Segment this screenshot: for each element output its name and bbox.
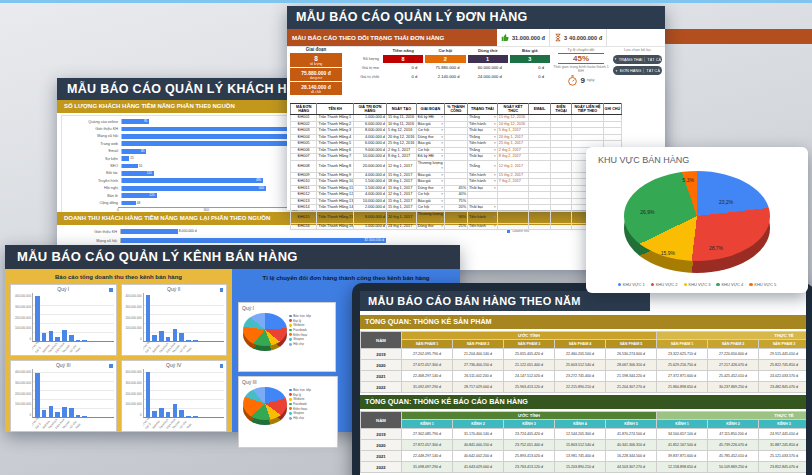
dropdown-caret-icon[interactable]: ▾: [494, 224, 496, 230]
column-header: SẢN PHẨM 1: [657, 340, 708, 349]
chart-card-q1: Quý I 400.000.000300.000.000200.000.0001…: [10, 284, 117, 356]
year-cell: 2020: [361, 440, 402, 451]
dropdown-caret-icon[interactable]: ▾: [441, 186, 443, 192]
dropdown-caret-icon[interactable]: ▾: [494, 164, 496, 170]
dropdown-caret-icon[interactable]: ▾: [494, 205, 496, 211]
legend-item: Hội chợ: [289, 416, 334, 420]
dropdown-caret-icon[interactable]: ▾: [441, 173, 443, 179]
bar: 500: [122, 186, 266, 191]
dropdown-caret-icon[interactable]: ▾: [494, 128, 496, 134]
column-bar: [42, 333, 47, 341]
plot-column: Bán trực tiếpĐại lýWebsiteFacebookĐiện t…: [32, 293, 114, 354]
cell: 13.981.745.400 đ: [555, 451, 606, 462]
cell: 29.515.445.010 đ: [759, 349, 807, 360]
dropdown-caret-icon[interactable]: ▾: [441, 192, 443, 198]
legend-item: Điện thoại: [289, 407, 334, 411]
filter-button-status[interactable]: ▼ TRẠNG THÁI TẤT CẢ: [613, 55, 662, 64]
dropdown-caret-icon[interactable]: ▾: [494, 122, 496, 128]
dropdown-caret-icon[interactable]: ▾: [494, 173, 496, 179]
column-bar: [173, 404, 178, 417]
dropdown-caret-icon[interactable]: ▾: [441, 141, 443, 147]
cell: Trần Thanh Hằng 4: [317, 134, 353, 141]
avg-time-row: 9 ngày: [552, 75, 610, 86]
channel-conversion-title: Tỉ lệ chuyển đổi đơn hàng thành công the…: [232, 275, 460, 281]
column-header: GHI CHÚ: [603, 104, 621, 115]
bar-row: Email85: [62, 148, 312, 155]
dropdown-caret-icon[interactable]: ▾: [494, 115, 496, 121]
column-header: MÃ ĐƠN HÀNG: [291, 104, 317, 115]
dropdown-caret-icon[interactable]: ▾: [441, 148, 443, 154]
pie-slice-label: 28,7%: [709, 245, 723, 251]
dropdown-caret-icon[interactable]: ▾: [441, 122, 443, 128]
bar-row: Đối tác110: [62, 170, 312, 177]
orders-table: MÃ ĐƠN HÀNGTÊN KHGIÁ TRỊ ĐƠN HÀNGNGÀY TẠ…: [290, 103, 622, 230]
bar: 650: [122, 127, 309, 132]
stopwatch-icon: [567, 75, 578, 86]
column-bar: [166, 412, 171, 417]
cell: 26.530.274.600 đ: [606, 349, 657, 360]
cell: 15 thg 1, 2017: [386, 205, 416, 212]
y-tick-label: 300.000.000: [125, 381, 141, 385]
column-bar: [42, 410, 47, 417]
dropdown-caret-icon[interactable]: ▾: [441, 199, 443, 205]
dropdown-caret-icon[interactable]: ▾: [494, 215, 496, 221]
series-legend-marker: [109, 364, 113, 368]
cell: 5 thg 12, 2016: [386, 128, 416, 135]
dropdown-caret-icon[interactable]: ▾: [441, 205, 443, 211]
legend-item: Đại lý: [289, 393, 334, 397]
pie-surface: [624, 171, 770, 261]
cell: 45.739.226.070 đ: [708, 440, 759, 451]
dropdown-caret-icon[interactable]: ▾: [441, 128, 443, 134]
column-bar: [49, 331, 54, 341]
column-header: GIAI ĐOẠN: [416, 104, 444, 115]
cell: Trần Thanh Hằng 8: [317, 160, 353, 172]
cell: Tiến hành▾: [468, 223, 498, 230]
stage-value: 75.880.000 đ: [425, 64, 465, 72]
cell: 23.763.413.120 đ: [504, 462, 555, 473]
dropdown-caret-icon[interactable]: ▾: [441, 115, 443, 121]
y-tick-label: 400.000.000: [125, 294, 141, 298]
dropdown-caret-icon[interactable]: ▾: [494, 154, 496, 160]
filter-button-orders[interactable]: ▼ ĐƠN HÀNG TẤT CẢ: [613, 66, 662, 75]
avg-time-unit: ngày: [587, 78, 595, 82]
cell: 23.852.845.070 đ: [759, 462, 807, 473]
legend-label: Website: [293, 397, 304, 401]
dropdown-caret-icon[interactable]: ▾: [441, 224, 443, 230]
column-header: NGÀY TẠO: [386, 104, 416, 115]
dropdown-caret-icon[interactable]: ▾: [494, 179, 496, 185]
cell: Dùng thử▾: [416, 223, 444, 230]
stage-name: Cơ hội: [425, 48, 465, 54]
cell: 28.067.306.310 đ: [606, 360, 657, 371]
cell: 25.603.512.540 đ: [555, 360, 606, 371]
stat-won: 31.000.000 đ: [497, 29, 550, 46]
dropdown-caret-icon[interactable]: ▾: [441, 166, 443, 172]
column-bar: [159, 408, 164, 417]
dropdown-caret-icon[interactable]: ▾: [441, 135, 443, 141]
cell: 15.203.890.210 đ: [555, 462, 606, 473]
cell: 15 thg 1, 2017: [386, 198, 416, 205]
dropdown-caret-icon[interactable]: ▾: [494, 148, 496, 154]
legend-label: KHU VỰC 1: [623, 282, 645, 287]
dropdown-caret-icon[interactable]: ▾: [494, 135, 496, 141]
pie-slice-label: 15,9%: [661, 250, 675, 256]
cell: 25.963.413.120 đ: [504, 382, 555, 393]
dropdown-caret-icon[interactable]: ▾: [441, 217, 443, 223]
y-tick-label: 200.000.000: [15, 392, 31, 396]
dropdown-caret-icon[interactable]: ▾: [494, 141, 496, 147]
cell: 27.220.650.600 đ: [708, 349, 759, 360]
dropdown-caret-icon[interactable]: ▾: [441, 154, 443, 160]
stage-count: 2: [425, 55, 465, 63]
legend-label: Bán trực tiếp: [293, 388, 311, 392]
dropdown-caret-icon[interactable]: ▾: [494, 186, 496, 192]
cell: 28.717.029.000 đ: [453, 382, 504, 393]
pie-legend: Bán trực tiếpĐại lýWebsiteFacebookĐiện t…: [289, 311, 332, 346]
column-header: NGÀY LIÊN HỆ TIẾP THEO: [572, 104, 603, 115]
cell: 12 thg 2, 2017: [497, 160, 528, 172]
cell: 25%: [444, 223, 467, 230]
cell: 27.672.057.300 đ: [402, 360, 453, 371]
cell: 23.724.405.420 đ: [504, 429, 555, 440]
order-kpi-panel: Tỷ lệ chuyển đổi 45% Thời gian trung bìn…: [550, 46, 665, 102]
dropdown-caret-icon[interactable]: ▾: [441, 179, 443, 185]
bar-track: 650: [121, 141, 312, 146]
legend-dot: [289, 333, 292, 336]
